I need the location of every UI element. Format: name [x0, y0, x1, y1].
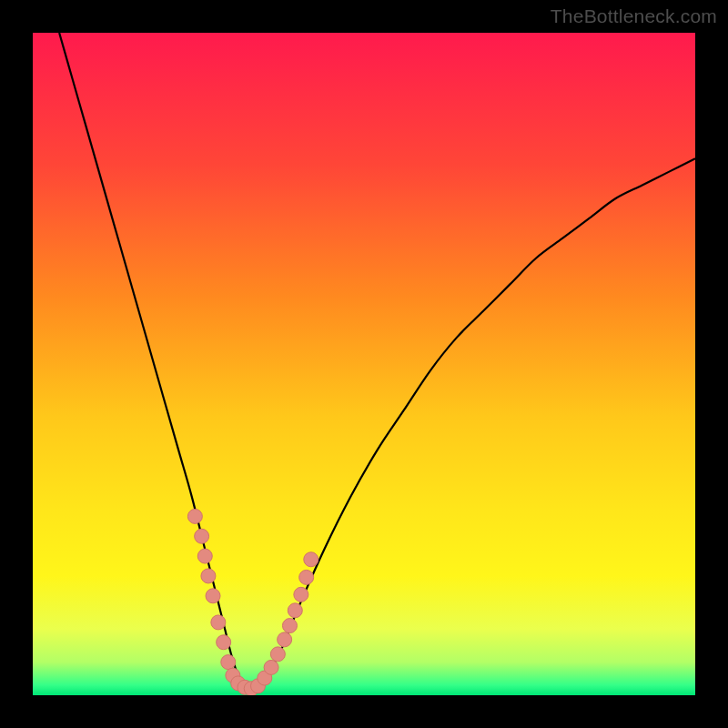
- curve-marker: [278, 632, 292, 647]
- curve-marker: [201, 569, 216, 583]
- plot-area: [33, 33, 695, 695]
- curve-marker: [211, 615, 226, 630]
- curve-marker: [221, 655, 236, 670]
- curve-marker: [195, 529, 209, 543]
- chart-frame: TheBottleneck.com: [0, 0, 728, 728]
- curve-marker: [282, 619, 297, 633]
- curve-marker: [288, 603, 302, 618]
- curve-marker: [299, 570, 314, 584]
- curve-marker: [217, 635, 231, 650]
- curve-marker: [197, 549, 212, 563]
- curve-marker: [264, 660, 278, 674]
- curve-marker: [294, 587, 308, 602]
- curve-marker: [206, 589, 220, 603]
- marker-group: [187, 509, 318, 695]
- curve-marker: [270, 647, 285, 662]
- watermark-text: TheBottleneck.com: [551, 5, 717, 27]
- curve-marker: [304, 552, 318, 567]
- curve-marker: [187, 509, 202, 523]
- curve-layer: [33, 33, 695, 695]
- bottleneck-curve: [59, 33, 695, 689]
